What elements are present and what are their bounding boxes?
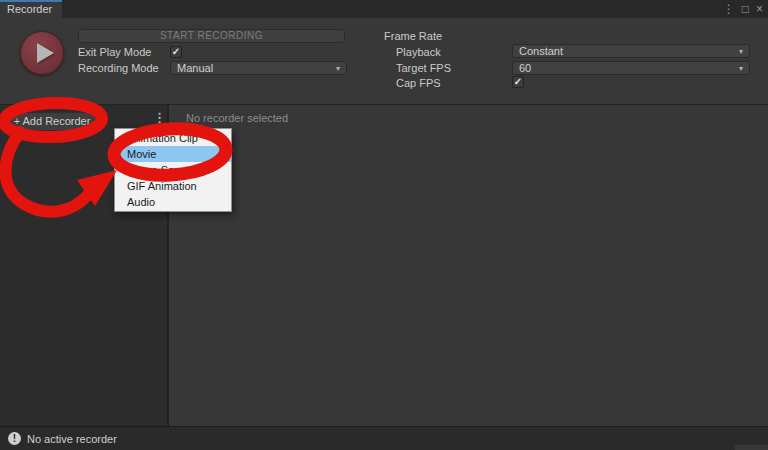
chevron-down-icon: ▾: [739, 47, 743, 56]
close-icon[interactable]: ×: [756, 1, 763, 17]
exit-play-mode-label: Exit Play Mode: [78, 46, 151, 58]
menu-item-audio[interactable]: Audio: [115, 194, 231, 210]
chevron-down-icon: ▾: [739, 64, 743, 73]
tab-label: Recorder: [7, 3, 52, 15]
check-icon: ✓: [514, 76, 522, 87]
empty-state-text: No recorder selected: [186, 112, 288, 124]
target-fps-value: 60: [519, 62, 531, 74]
target-fps-label: Target FPS: [396, 62, 451, 74]
recorder-detail-panel: No recorder selected: [171, 105, 768, 426]
menu-item-gif-animation[interactable]: GIF Animation: [115, 178, 231, 194]
maximize-icon[interactable]: □: [742, 1, 749, 17]
playback-value: Constant: [519, 45, 563, 57]
play-mode-button[interactable]: [20, 31, 64, 75]
recording-mode-dropdown[interactable]: Manual ▾: [170, 61, 347, 75]
cap-fps-label: Cap FPS: [396, 77, 441, 89]
start-recording-button[interactable]: START RECORDING: [78, 29, 345, 43]
target-fps-dropdown[interactable]: 60 ▾: [512, 61, 750, 75]
playback-label: Playback: [396, 46, 441, 58]
resize-grip[interactable]: [735, 445, 768, 450]
add-recorder-button[interactable]: + Add Recorder: [6, 112, 98, 131]
window-controls: ⋮ □ ×: [723, 1, 763, 17]
add-recorder-menu: Animation Clip Movie Image Sequence GIF …: [114, 128, 232, 212]
check-icon: ✓: [172, 46, 180, 57]
list-kebab-icon[interactable]: ⋮: [153, 110, 166, 125]
status-message: No active recorder: [27, 433, 117, 445]
menu-item-image-sequence[interactable]: Image Sequence: [115, 162, 231, 178]
kebab-menu-icon[interactable]: ⋮: [723, 1, 735, 17]
playback-dropdown[interactable]: Constant ▾: [512, 44, 750, 58]
menu-item-movie[interactable]: Movie: [115, 146, 231, 162]
exit-play-mode-checkbox[interactable]: ✓: [170, 46, 182, 58]
chevron-down-icon: ▾: [336, 64, 340, 73]
recording-mode-value: Manual: [177, 62, 213, 74]
menu-item-animation-clip[interactable]: Animation Clip: [115, 130, 231, 146]
tab-recorder[interactable]: Recorder: [0, 0, 62, 18]
status-bar: ! No active recorder: [0, 426, 768, 450]
cap-fps-checkbox[interactable]: ✓: [512, 76, 524, 88]
recorder-window: Recorder ⋮ □ × START RECORDING Exit Play…: [0, 0, 768, 450]
play-icon: [37, 43, 54, 63]
frame-rate-title: Frame Rate: [384, 30, 442, 42]
info-icon: !: [8, 432, 21, 445]
recording-mode-label: Recording Mode: [78, 62, 159, 74]
tab-bar: Recorder ⋮ □ ×: [0, 0, 768, 18]
